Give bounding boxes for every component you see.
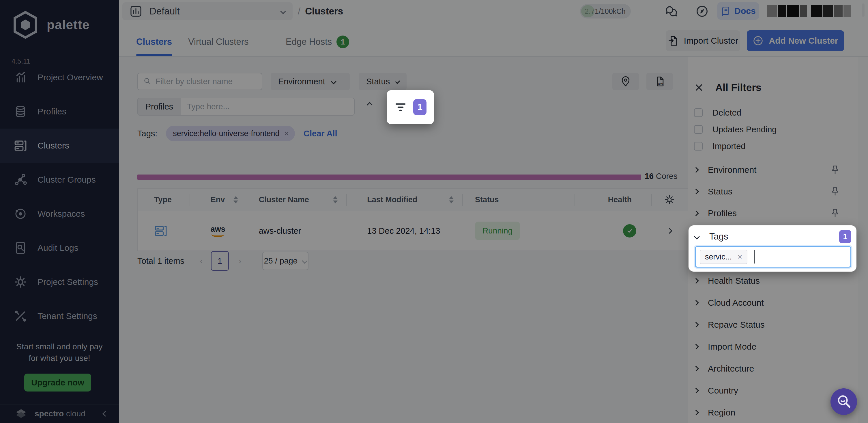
tag-chip: servic... × bbox=[700, 250, 747, 264]
tags-section-header[interactable]: Tags 1 bbox=[695, 230, 851, 243]
filter-count-badge: 1 bbox=[413, 99, 427, 115]
tour-dim-overlay bbox=[0, 0, 868, 423]
chevron-down-icon bbox=[694, 234, 700, 239]
help-search-fab[interactable] bbox=[831, 388, 857, 415]
text-cursor bbox=[754, 250, 754, 263]
search-face-icon bbox=[836, 394, 851, 409]
remove-tag-icon[interactable]: × bbox=[738, 252, 742, 261]
filter-funnel-icon bbox=[394, 101, 407, 114]
tags-section-title: Tags bbox=[709, 231, 728, 242]
app-root: palette 4.5.11 Project Overview Profiles bbox=[0, 0, 868, 423]
tags-filter-input[interactable]: servic... × bbox=[695, 246, 851, 267]
tags-filter-section: Tags 1 servic... × bbox=[688, 225, 857, 272]
tags-count-badge: 1 bbox=[839, 230, 851, 243]
filter-count-button[interactable]: 1 bbox=[387, 90, 434, 124]
